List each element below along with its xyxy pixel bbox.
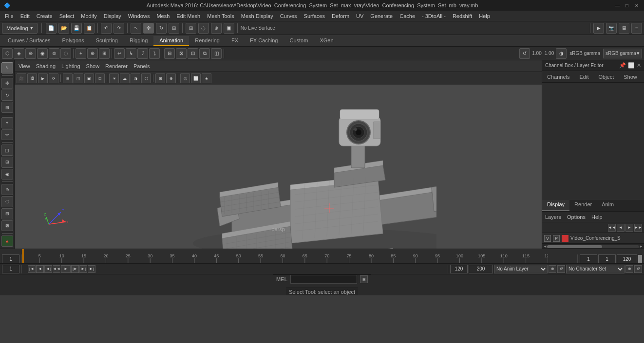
tab-curves-surfaces[interactable]: Curves / Surfaces: [2, 36, 56, 46]
scale-tool-btn[interactable]: ⊞: [1, 102, 13, 113]
menu-mesh-tools[interactable]: Mesh Tools: [204, 12, 237, 20]
left-frame-input[interactable]: [2, 265, 19, 273]
menu-3dtool[interactable]: - 3DtoAll -: [419, 12, 449, 20]
tab-xgen[interactable]: XGen: [314, 36, 339, 46]
select-btn[interactable]: ↖: [131, 23, 141, 34]
current-frame-input[interactable]: [2, 254, 19, 263]
gamma-dropdown[interactable]: sRGB gamma ▾: [603, 49, 642, 58]
key5-btn[interactable]: ⊚: [49, 48, 59, 59]
pb-next-key[interactable]: |►: [71, 265, 79, 273]
key-btn[interactable]: ⬡: [2, 48, 13, 59]
layer-scrollbar[interactable]: ◄ ►: [542, 244, 644, 249]
menu-redshift[interactable]: Redshift: [450, 12, 475, 20]
frame-input2[interactable]: [598, 254, 616, 263]
vp-shading-menu[interactable]: Shading: [36, 63, 56, 69]
menu-cache[interactable]: Cache: [397, 12, 418, 20]
anim11-btn[interactable]: ⧉: [199, 48, 210, 59]
close-button[interactable]: ✕: [633, 2, 640, 9]
end-frame-right-input[interactable]: [450, 265, 468, 273]
nav-last[interactable]: ►►: [634, 224, 642, 232]
cb-channels-tab[interactable]: Channels: [542, 73, 574, 81]
menu-edit-mesh[interactable]: Edit Mesh: [173, 12, 203, 20]
pb-goto-end[interactable]: ►|: [88, 265, 95, 273]
max-time-input[interactable]: [469, 265, 493, 273]
move-tool-btn[interactable]: ✜: [1, 78, 13, 89]
char-icon[interactable]: ⊕: [625, 265, 633, 273]
anim8-btn[interactable]: ⊟: [164, 48, 175, 59]
menu-windows[interactable]: Windows: [125, 12, 153, 20]
select-tool-btn[interactable]: ↖: [1, 62, 13, 73]
extra-btn[interactable]: 🔺: [1, 235, 13, 247]
anim-layer-dropdown[interactable]: No Anim Layer: [494, 265, 548, 273]
maximize-button[interactable]: □: [624, 2, 630, 9]
anim3-btn[interactable]: ⊞: [99, 48, 110, 59]
vp-hq-btn[interactable]: ⬡: [141, 73, 151, 83]
layer-scroll-track[interactable]: [547, 245, 639, 248]
anim9-btn[interactable]: ⊠: [176, 48, 187, 59]
save-scene-btn[interactable]: 💾: [71, 23, 82, 34]
menu-display[interactable]: Display: [101, 12, 124, 20]
options-label[interactable]: Options: [567, 214, 586, 220]
viewport-canvas[interactable]: Y X Z persp: [15, 72, 542, 249]
anim1-btn[interactable]: +: [76, 48, 86, 59]
char-refresh[interactable]: ↺: [634, 265, 642, 273]
cb-pin-icon[interactable]: 📌: [619, 62, 626, 69]
anim12-btn[interactable]: ◫: [211, 48, 222, 59]
tab-custom[interactable]: Custom: [284, 36, 314, 46]
vp-ao-btn[interactable]: ◑: [131, 73, 140, 83]
menu-help[interactable]: Help: [476, 12, 493, 20]
vp-panels-menu[interactable]: Panels: [133, 63, 150, 69]
vp-shadow-btn[interactable]: ☁: [120, 73, 130, 83]
rotate-tool-btn[interactable]: ↻: [1, 90, 13, 101]
vp-bb-btn[interactable]: ⬜: [191, 73, 201, 83]
anim5-btn[interactable]: ↳: [126, 48, 136, 59]
refresh-btn[interactable]: ↺: [519, 48, 530, 59]
render-region-btn[interactable]: ⊞: [1, 157, 13, 168]
snap-curve-btn[interactable]: ◌: [198, 23, 209, 34]
nav-next[interactable]: ►: [625, 224, 633, 232]
cb-object-tab[interactable]: Object: [593, 73, 619, 81]
vp-cam-btn[interactable]: 🎥: [17, 73, 26, 83]
undo-btn[interactable]: ↶: [101, 23, 112, 34]
menu-mesh[interactable]: Mesh: [153, 12, 172, 20]
vp-tex-btn[interactable]: ▣: [84, 73, 94, 83]
key6-btn[interactable]: ◌: [60, 48, 71, 59]
snap-grid-btn[interactable]: ⊞: [186, 23, 196, 34]
nav-prev[interactable]: ◄: [617, 224, 625, 232]
ipr-btn[interactable]: 📷: [606, 23, 617, 34]
vp-vid-btn[interactable]: ▶: [38, 73, 48, 83]
cb-float-icon[interactable]: ⬜: [628, 62, 635, 69]
layer-p-btn[interactable]: P: [553, 235, 560, 242]
snap3-btn[interactable]: ⊟: [1, 208, 13, 219]
menu-mesh-display[interactable]: Mesh Display: [238, 12, 276, 20]
tab-animation[interactable]: Animation: [153, 36, 189, 46]
vp-lighting-menu[interactable]: Lighting: [61, 63, 80, 69]
snap1-btn[interactable]: ⊕: [1, 184, 13, 195]
anim4-btn[interactable]: ↩: [114, 48, 125, 59]
key2-btn[interactable]: ◈: [14, 48, 24, 59]
more-btn[interactable]: ≡: [631, 23, 642, 34]
pb-next-frame[interactable]: ►|: [79, 265, 87, 273]
rotate-btn[interactable]: ↻: [156, 23, 167, 34]
tab-fx-caching[interactable]: FX Caching: [244, 36, 284, 46]
anim-layer-icon[interactable]: ⊕: [549, 265, 556, 273]
show-hide-btn[interactable]: ◫: [1, 144, 13, 156]
layers-label[interactable]: Layers: [545, 214, 561, 220]
playback-start-input[interactable]: [580, 254, 597, 263]
vp-renderer-menu[interactable]: Renderer: [105, 63, 128, 69]
menu-file[interactable]: File: [2, 12, 17, 20]
timeline-ruler[interactable]: [22, 249, 577, 263]
viewport[interactable]: View Shading Lighting Show Renderer Pane…: [15, 60, 542, 249]
layer-color-swatch[interactable]: [562, 235, 568, 242]
nav-first[interactable]: ◄◄: [608, 224, 616, 232]
cb-close-icon[interactable]: ✕: [637, 62, 641, 69]
layer-v-btn[interactable]: V: [544, 235, 551, 242]
menu-deform[interactable]: Deform: [329, 12, 352, 20]
vp-aa-btn[interactable]: ⊡: [95, 73, 105, 83]
vp-img-btn[interactable]: 🖼: [27, 73, 37, 83]
vp-show-menu[interactable]: Show: [86, 63, 100, 69]
display-tab-render[interactable]: Render: [569, 200, 597, 211]
snap-point-btn[interactable]: ⊕: [211, 23, 222, 34]
new-scene-btn[interactable]: 📄: [46, 23, 57, 34]
menu-modify[interactable]: Modify: [78, 12, 99, 20]
